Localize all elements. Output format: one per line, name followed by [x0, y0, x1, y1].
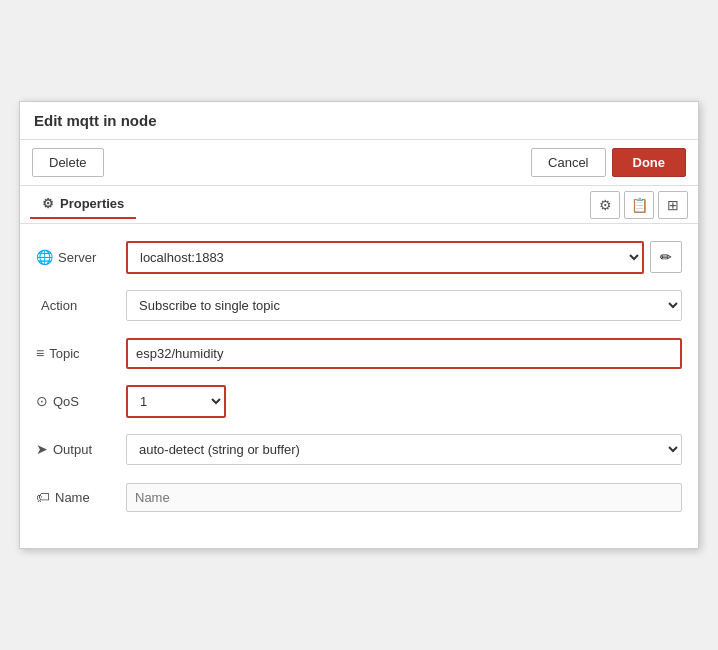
server-select[interactable]: localhost:1883 [126, 241, 644, 274]
properties-tab-label: Properties [60, 196, 124, 211]
topic-control [126, 338, 682, 369]
qos-label: ⊙ QoS [36, 393, 126, 409]
toolbar-right: Cancel Done [531, 148, 686, 177]
qos-control: 0 1 2 [126, 385, 682, 418]
output-icon: ➤ [36, 441, 48, 457]
action-select[interactable]: Subscribe to single topic Publish to sin… [126, 290, 682, 321]
name-label: 🏷 Name [36, 489, 126, 505]
tab-properties[interactable]: ⚙ Properties [30, 190, 136, 219]
name-field-row: 🏷 Name [36, 480, 682, 514]
action-control: Subscribe to single topic Publish to sin… [126, 290, 682, 321]
output-control: auto-detect (string or buffer) a UTF-8 s… [126, 434, 682, 465]
server-field-row: 🌐 Server localhost:1883 ✏ [36, 240, 682, 274]
server-icon: 🌐 [36, 249, 53, 265]
dialog: Edit mqtt in node Delete Cancel Done ⚙ P… [19, 101, 699, 549]
qos-icon: ⊙ [36, 393, 48, 409]
output-select[interactable]: auto-detect (string or buffer) a UTF-8 s… [126, 434, 682, 465]
server-label: 🌐 Server [36, 249, 126, 265]
delete-button[interactable]: Delete [32, 148, 104, 177]
gear-icon: ⚙ [42, 196, 54, 211]
qos-field-row: ⊙ QoS 0 1 2 [36, 384, 682, 418]
tabs-section: ⚙ Properties ⚙ 📋 ⊞ [20, 186, 698, 224]
server-edit-button[interactable]: ✏ [650, 241, 682, 273]
done-button[interactable]: Done [612, 148, 687, 177]
name-control [126, 483, 682, 512]
toolbar-left: Delete [32, 148, 104, 177]
action-field-row: Action Subscribe to single topic Publish… [36, 288, 682, 322]
action-label: Action [36, 298, 126, 313]
qos-select[interactable]: 0 1 2 [126, 385, 226, 418]
settings-icon-button[interactable]: ⚙ [590, 191, 620, 219]
title-text: Edit mqtt in node [34, 112, 156, 129]
output-field-row: ➤ Output auto-detect (string or buffer) … [36, 432, 682, 466]
topic-icon: ≡ [36, 345, 44, 361]
server-control: localhost:1883 ✏ [126, 241, 682, 274]
dialog-title: Edit mqtt in node [20, 102, 698, 140]
name-icon: 🏷 [36, 489, 50, 505]
description-icon-button[interactable]: 📋 [624, 191, 654, 219]
output-label: ➤ Output [36, 441, 126, 457]
topic-label: ≡ Topic [36, 345, 126, 361]
cancel-button[interactable]: Cancel [531, 148, 605, 177]
topic-input[interactable] [126, 338, 682, 369]
layout-icon-button[interactable]: ⊞ [658, 191, 688, 219]
topic-field-row: ≡ Topic [36, 336, 682, 370]
dialog-toolbar: Delete Cancel Done [20, 140, 698, 186]
name-input[interactable] [126, 483, 682, 512]
properties-body: 🌐 Server localhost:1883 ✏ Action Subscri… [20, 224, 698, 548]
